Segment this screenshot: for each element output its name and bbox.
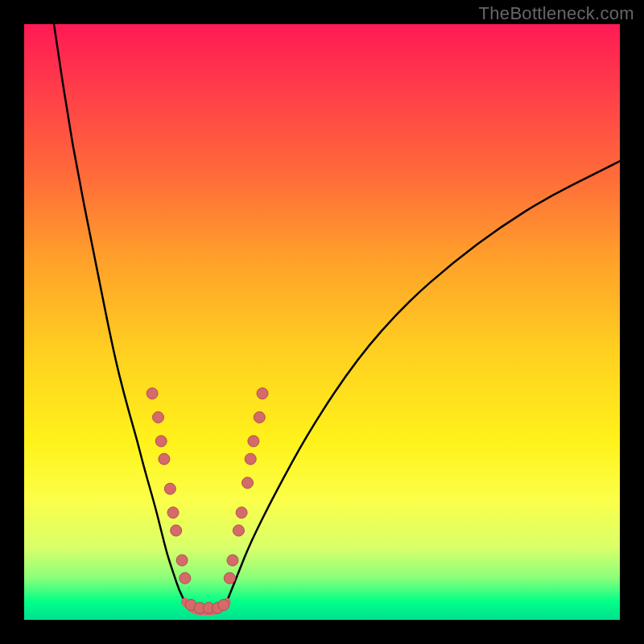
data-marker [233, 525, 244, 536]
data-marker [164, 483, 175, 494]
data-marker [257, 388, 268, 399]
data-marker [153, 411, 164, 423]
data-marker [155, 436, 167, 447]
data-marker [218, 600, 229, 611]
marker-group [147, 388, 268, 613]
data-marker [248, 436, 259, 447]
data-marker [254, 411, 265, 423]
curve-left-curve [54, 24, 185, 602]
curve-group [54, 24, 620, 611]
data-marker [227, 555, 238, 566]
data-marker [171, 525, 182, 536]
data-marker [245, 453, 256, 464]
chart-svg [24, 24, 620, 620]
data-marker [236, 507, 247, 518]
data-marker [167, 507, 179, 518]
plot-area [24, 24, 620, 620]
data-marker [180, 572, 191, 584]
data-marker [147, 388, 158, 399]
data-marker [224, 572, 235, 584]
watermark-text: TheBottleneck.com [479, 3, 634, 24]
data-marker [159, 453, 170, 464]
chart-frame: TheBottleneck.com [0, 0, 644, 644]
data-marker [176, 555, 188, 566]
data-marker [242, 477, 254, 489]
curve-right-curve [227, 161, 620, 602]
